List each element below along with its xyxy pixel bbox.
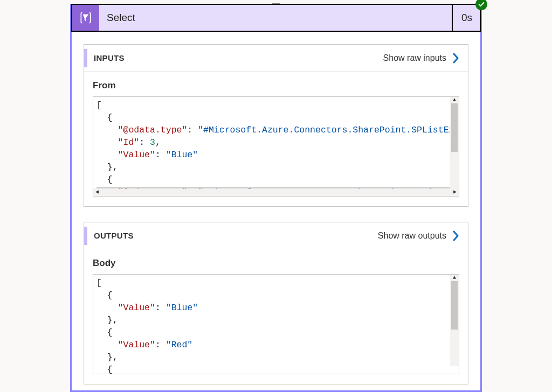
- horizontal-scrollbar[interactable]: ◀ ▶: [93, 188, 459, 196]
- show-raw-inputs-link[interactable]: Show raw inputs: [383, 53, 468, 64]
- action-header[interactable]: Select 0s: [71, 4, 481, 32]
- inputs-panel-header: INPUTS Show raw inputs: [84, 45, 468, 72]
- vertical-scrollbar[interactable]: [450, 97, 459, 188]
- show-raw-inputs-label: Show raw inputs: [383, 53, 446, 63]
- outputs-panel-header: OUTPUTS Show raw outputs: [84, 222, 468, 249]
- chevron-right-icon: [452, 53, 460, 64]
- action-title: Select: [99, 5, 452, 31]
- status-success-icon: [475, 0, 487, 10]
- inputs-from-value[interactable]: [ { "@odata.type": "#Microsoft.Azure.Con…: [93, 96, 459, 197]
- show-raw-outputs-label: Show raw outputs: [378, 231, 446, 241]
- scroll-right-icon[interactable]: ▶: [451, 188, 459, 196]
- vertical-scrollbar[interactable]: [450, 275, 459, 366]
- select-action-card: Select 0s INPUTS Show raw inputs From: [70, 4, 482, 392]
- data-operations-icon: [72, 5, 99, 31]
- inputs-json: [ { "@odata.type": "#Microsoft.Azure.Con…: [93, 97, 459, 197]
- inputs-from-label: From: [93, 80, 459, 91]
- scroll-left-icon[interactable]: ◀: [93, 188, 101, 196]
- outputs-json: [ { "Value": "Blue" }, { "Value": "Red" …: [93, 275, 459, 374]
- show-raw-outputs-link[interactable]: Show raw outputs: [378, 230, 468, 241]
- inputs-title: INPUTS: [87, 53, 383, 62]
- outputs-panel: OUTPUTS Show raw outputs Body [ { "Value…: [84, 222, 468, 384]
- action-duration: 0s: [452, 5, 481, 31]
- inputs-panel: INPUTS Show raw inputs From [ { "@odata.…: [84, 44, 468, 207]
- chevron-right-icon: [452, 230, 460, 241]
- outputs-body-value[interactable]: [ { "Value": "Blue" }, { "Value": "Red" …: [93, 274, 459, 374]
- outputs-title: OUTPUTS: [87, 231, 378, 240]
- outputs-body-label: Body: [93, 258, 459, 269]
